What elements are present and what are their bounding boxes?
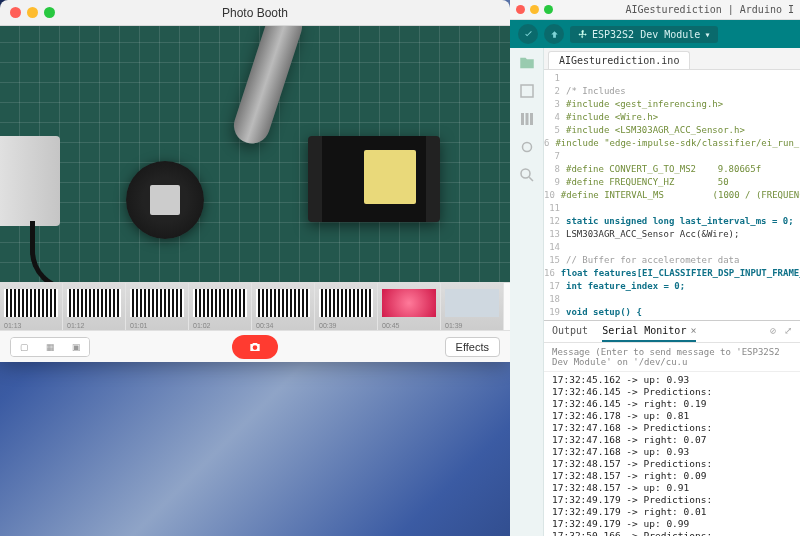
bottom-panel: Output Serial Monitor× ⊘ ⤢ Message (Ente… <box>544 320 800 536</box>
code-editor[interactable]: 12/* Includes3#include <gest_inferencing… <box>544 70 800 320</box>
library-icon[interactable] <box>518 110 536 128</box>
thumbnail[interactable]: 00:34 <box>252 283 315 330</box>
photobooth-titlebar[interactable]: Photo Booth <box>0 0 510 26</box>
tab-serial-monitor[interactable]: Serial Monitor× <box>602 325 696 342</box>
photobooth-controls: ▢ ▦ ▣ Effects <box>0 330 510 362</box>
search-icon[interactable] <box>518 166 536 184</box>
svg-point-2 <box>521 169 530 178</box>
serial-message-input[interactable]: Message (Enter to send message to 'ESP32… <box>544 343 800 372</box>
mode-still-icon[interactable]: ▢ <box>11 338 37 356</box>
camera-icon <box>248 340 262 354</box>
thumbnail[interactable]: 00:45 <box>378 283 441 330</box>
thumbnail-timestamp: 00:45 <box>382 322 400 329</box>
arduino-titlebar[interactable]: AIGesturediction | Arduino I <box>510 0 800 20</box>
camera-viewport <box>0 26 510 282</box>
svg-point-1 <box>522 143 531 152</box>
thumbnail-timestamp: 00:34 <box>256 322 274 329</box>
mode-video-icon[interactable]: ▣ <box>63 338 89 356</box>
bottom-tabs: Output Serial Monitor× ⊘ ⤢ <box>544 321 800 343</box>
photobooth-window: Photo Booth 01:1301:1201:0101:0200:3400:… <box>0 0 510 362</box>
thumbnail-timestamp: 01:12 <box>67 322 85 329</box>
arduino-title: AIGesturediction | Arduino I <box>625 4 794 15</box>
clear-icon[interactable]: ⊘ <box>770 325 776 342</box>
arduino-toolbar: ESP32S2 Dev Module ▾ <box>510 20 800 48</box>
tab-output[interactable]: Output <box>552 325 588 342</box>
thumbnail-timestamp: 00:39 <box>319 322 337 329</box>
zoom-icon[interactable] <box>544 5 553 14</box>
thumbnail[interactable]: 01:12 <box>63 283 126 330</box>
close-icon[interactable]: × <box>690 325 696 336</box>
thumbnail[interactable]: 00:39 <box>315 283 378 330</box>
debug-icon[interactable] <box>518 138 536 156</box>
photobooth-title: Photo Booth <box>0 6 510 20</box>
thumbnail[interactable]: 01:01 <box>126 283 189 330</box>
effects-button[interactable]: Effects <box>445 337 500 357</box>
thumbnail-timestamp: 01:39 <box>445 322 463 329</box>
thumbnail-timestamp: 01:01 <box>130 322 148 329</box>
upload-button[interactable] <box>544 24 564 44</box>
svg-rect-0 <box>521 85 533 97</box>
board-name: ESP32S2 Dev Module <box>592 29 700 40</box>
record-button[interactable] <box>232 335 278 359</box>
verify-button[interactable] <box>518 24 538 44</box>
serial-output[interactable]: 17:32:45.162 -> up: 0.93 17:32:46.145 ->… <box>544 372 800 536</box>
editor-tabs: AIGesturediction.ino <box>544 48 800 70</box>
thumbnail-timestamp: 01:02 <box>193 322 211 329</box>
minimize-icon[interactable] <box>530 5 539 14</box>
thumbnail-strip[interactable]: 01:1301:1201:0101:0200:3400:3900:4501:39 <box>0 282 510 330</box>
tab-sketch[interactable]: AIGesturediction.ino <box>548 51 690 69</box>
folder-icon[interactable] <box>518 54 536 72</box>
mode-segmented[interactable]: ▢ ▦ ▣ <box>10 337 90 357</box>
close-icon[interactable] <box>516 5 525 14</box>
thumbnail[interactable]: 01:13 <box>0 283 63 330</box>
boards-icon[interactable] <box>518 82 536 100</box>
usb-icon <box>578 29 588 39</box>
expand-icon[interactable]: ⤢ <box>784 325 792 342</box>
thumbnail-timestamp: 01:13 <box>4 322 22 329</box>
board-selector[interactable]: ESP32S2 Dev Module ▾ <box>570 26 718 43</box>
thumbnail[interactable]: 01:02 <box>189 283 252 330</box>
arduino-window: AIGesturediction | Arduino I ESP32S2 Dev… <box>510 0 800 536</box>
arduino-sidebar <box>510 48 544 536</box>
thumbnail[interactable]: 01:39 <box>441 283 504 330</box>
chevron-down-icon: ▾ <box>704 29 710 40</box>
mode-burst-icon[interactable]: ▦ <box>37 338 63 356</box>
